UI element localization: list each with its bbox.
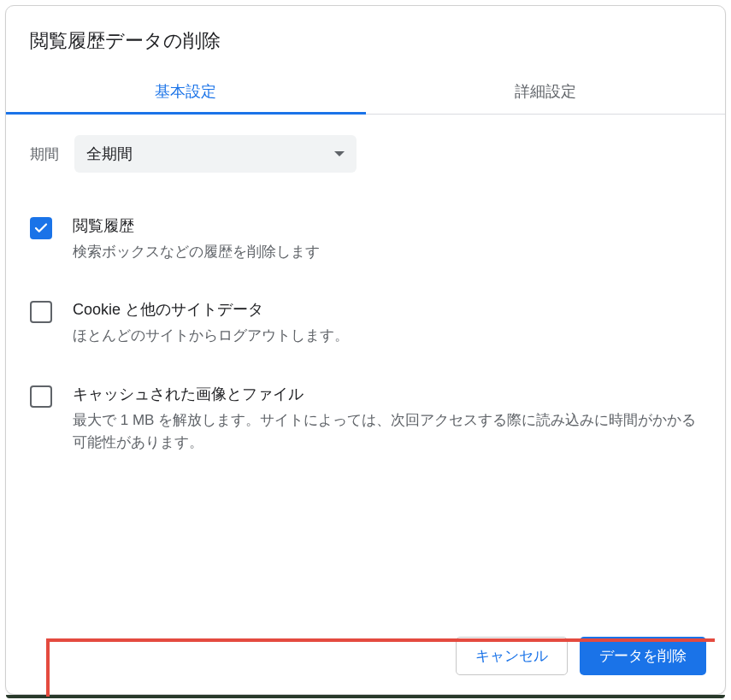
tab-basic[interactable]: 基本設定 [6,69,366,114]
option-desc: ほとんどのサイトからログアウトします。 [73,325,701,347]
option-browsing-history: 閲覧履歴 検索ボックスなどの履歴を削除します [30,203,701,287]
chevron-down-icon [334,151,345,156]
option-text: キャッシュされた画像とファイル 最大で 1 MB を解放します。サイトによっては… [73,384,701,455]
option-text: 閲覧履歴 検索ボックスなどの履歴を削除します [73,215,701,263]
cancel-button[interactable]: キャンセル [456,637,568,675]
option-title: キャッシュされた画像とファイル [73,384,701,404]
dialog-footer: キャンセル データを削除 [6,621,725,694]
time-range-row: 期間 全期間 [30,135,701,173]
checkbox-cookies[interactable] [30,301,52,323]
clear-data-button[interactable]: データを削除 [580,637,706,675]
time-range-value: 全期間 [86,144,133,164]
shadow [6,695,725,698]
tab-bar: 基本設定 詳細設定 [6,69,725,115]
option-text: Cookie と他のサイトデータ ほとんどのサイトからログアウトします。 [73,299,701,347]
option-cache: キャッシュされた画像とファイル 最大で 1 MB を解放します。サイトによっては… [30,372,701,479]
option-desc: 最大で 1 MB を解放します。サイトによっては、次回アクセスする際に読み込みに… [73,409,701,455]
dialog-body: 期間 全期間 閲覧履歴 検索ボックスなどの履歴を削除します Cookie と他の… [6,115,725,621]
option-cookies: Cookie と他のサイトデータ ほとんどのサイトからログアウトします。 [30,287,701,371]
time-range-select[interactable]: 全期間 [74,135,357,173]
checkbox-cache[interactable] [30,385,52,408]
time-range-label: 期間 [30,144,59,164]
dialog-title: 閲覧履歴データの削除 [6,6,725,69]
check-icon [33,221,49,236]
option-desc: 検索ボックスなどの履歴を削除します [73,241,701,263]
checkbox-browsing-history[interactable] [30,217,52,239]
option-title: Cookie と他のサイトデータ [73,299,701,320]
option-title: 閲覧履歴 [73,215,701,236]
tab-advanced[interactable]: 詳細設定 [366,69,726,114]
clear-browsing-data-dialog: 閲覧履歴データの削除 基本設定 詳細設定 期間 全期間 閲覧履歴 検索ボックスな… [5,5,726,695]
